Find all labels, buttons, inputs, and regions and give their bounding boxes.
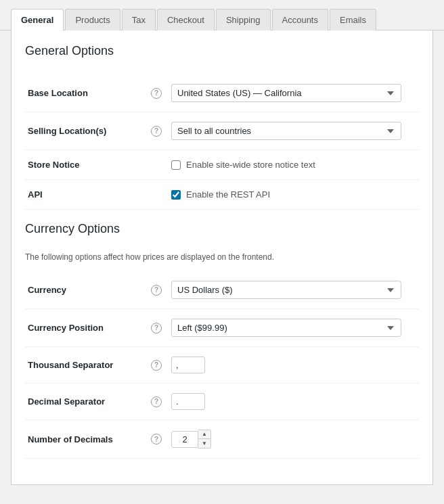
table-row: Decimal Separator ? bbox=[25, 384, 419, 420]
table-row: Currency Position ? Left ($99.99) Right … bbox=[25, 309, 419, 347]
base-location-control: United States (US) — California United S… bbox=[166, 74, 419, 112]
base-location-label: Base Location bbox=[25, 74, 147, 112]
currency-position-help-icon[interactable]: ? bbox=[151, 323, 162, 334]
table-row: Store Notice Enable site-wide store noti… bbox=[25, 150, 419, 180]
decimal-separator-input[interactable] bbox=[171, 393, 205, 410]
tab-shipping[interactable]: Shipping bbox=[216, 9, 271, 30]
thousand-separator-help-cell: ? bbox=[147, 347, 166, 384]
thousand-separator-control bbox=[166, 347, 419, 384]
selling-locations-select[interactable]: Sell to all countries Sell to specific c… bbox=[171, 122, 401, 140]
decimal-separator-help-cell: ? bbox=[147, 384, 166, 420]
thousand-separator-input[interactable] bbox=[171, 357, 205, 373]
api-checkbox-text: Enable the REST API bbox=[186, 189, 270, 200]
tab-accounts[interactable]: Accounts bbox=[272, 9, 328, 30]
decimal-separator-control bbox=[166, 384, 419, 420]
table-row: Number of Decimals ? ▲ ▼ bbox=[25, 420, 419, 459]
decimal-separator-label: Decimal Separator bbox=[25, 384, 147, 420]
general-options-table: Base Location ? United States (US) — Cal… bbox=[25, 74, 419, 210]
content-area: General Options Base Location ? United S… bbox=[11, 30, 433, 485]
currency-select[interactable]: US Dollars ($) Euro (€) British Pound (£… bbox=[171, 281, 401, 299]
tab-emails[interactable]: Emails bbox=[330, 9, 376, 30]
spin-down-button[interactable]: ▼ bbox=[198, 439, 210, 448]
number-of-decimals-spinner: ▲ ▼ bbox=[171, 430, 211, 449]
number-of-decimals-input[interactable] bbox=[171, 431, 198, 448]
base-location-help-cell: ? bbox=[147, 74, 166, 112]
store-notice-checkbox[interactable] bbox=[171, 160, 181, 170]
selling-locations-control: Sell to all countries Sell to specific c… bbox=[166, 112, 419, 150]
currency-control: US Dollars ($) Euro (€) British Pound (£… bbox=[166, 271, 419, 309]
currency-position-help-cell: ? bbox=[147, 309, 166, 347]
currency-help-icon[interactable]: ? bbox=[151, 285, 162, 296]
currency-options-table: Currency ? US Dollars ($) Euro (€) Briti… bbox=[25, 271, 419, 459]
store-notice-control: Enable site-wide store notice text bbox=[166, 150, 419, 180]
number-of-decimals-help-cell: ? bbox=[147, 420, 166, 459]
api-help-cell bbox=[147, 180, 166, 210]
table-row: API Enable the REST API bbox=[25, 180, 419, 210]
currency-help-cell: ? bbox=[147, 271, 166, 309]
api-checkbox-label[interactable]: Enable the REST API bbox=[171, 189, 416, 200]
table-row: Selling Location(s) ? Sell to all countr… bbox=[25, 112, 419, 150]
thousand-separator-label: Thousand Separator bbox=[25, 347, 147, 384]
store-notice-checkbox-text: Enable site-wide store notice text bbox=[186, 160, 315, 170]
currency-position-label: Currency Position bbox=[25, 309, 147, 347]
page-wrapper: General Products Tax Checkout Shipping A… bbox=[0, 0, 444, 504]
store-notice-help-cell bbox=[147, 150, 166, 180]
table-row: Base Location ? United States (US) — Cal… bbox=[25, 74, 419, 112]
spin-buttons: ▲ ▼ bbox=[198, 430, 211, 449]
currency-options-title: Currency Options bbox=[25, 222, 419, 242]
thousand-separator-help-icon[interactable]: ? bbox=[151, 360, 162, 371]
store-notice-label: Store Notice bbox=[25, 150, 147, 180]
spin-up-button[interactable]: ▲ bbox=[198, 430, 210, 439]
store-notice-checkbox-label[interactable]: Enable site-wide store notice text bbox=[171, 160, 416, 170]
api-control: Enable the REST API bbox=[166, 180, 419, 210]
tab-general[interactable]: General bbox=[11, 9, 64, 30]
table-row: Thousand Separator ? bbox=[25, 347, 419, 384]
base-location-help-icon[interactable]: ? bbox=[151, 88, 162, 99]
currency-position-control: Left ($99.99) Right (99.99$) Left with s… bbox=[166, 309, 419, 347]
tab-bar: General Products Tax Checkout Shipping A… bbox=[0, 0, 444, 30]
currency-label: Currency bbox=[25, 271, 147, 309]
api-label: API bbox=[25, 180, 147, 210]
base-location-select[interactable]: United States (US) — California United S… bbox=[171, 84, 401, 102]
general-options-title: General Options bbox=[25, 44, 419, 64]
number-of-decimals-label: Number of Decimals bbox=[25, 420, 147, 459]
number-of-decimals-control: ▲ ▼ bbox=[166, 420, 419, 459]
selling-locations-label: Selling Location(s) bbox=[25, 112, 147, 150]
decimal-separator-help-icon[interactable]: ? bbox=[151, 396, 162, 407]
tab-checkout[interactable]: Checkout bbox=[157, 9, 215, 30]
tab-products[interactable]: Products bbox=[65, 9, 120, 30]
number-of-decimals-help-icon[interactable]: ? bbox=[151, 434, 162, 444]
api-checkbox[interactable] bbox=[171, 190, 181, 200]
currency-options-desc: The following options affect how prices … bbox=[25, 252, 419, 262]
selling-locations-help-cell: ? bbox=[147, 112, 166, 150]
currency-position-select[interactable]: Left ($99.99) Right (99.99$) Left with s… bbox=[171, 319, 401, 337]
tab-tax[interactable]: Tax bbox=[122, 9, 156, 30]
selling-locations-help-icon[interactable]: ? bbox=[151, 126, 162, 137]
table-row: Currency ? US Dollars ($) Euro (€) Briti… bbox=[25, 271, 419, 309]
